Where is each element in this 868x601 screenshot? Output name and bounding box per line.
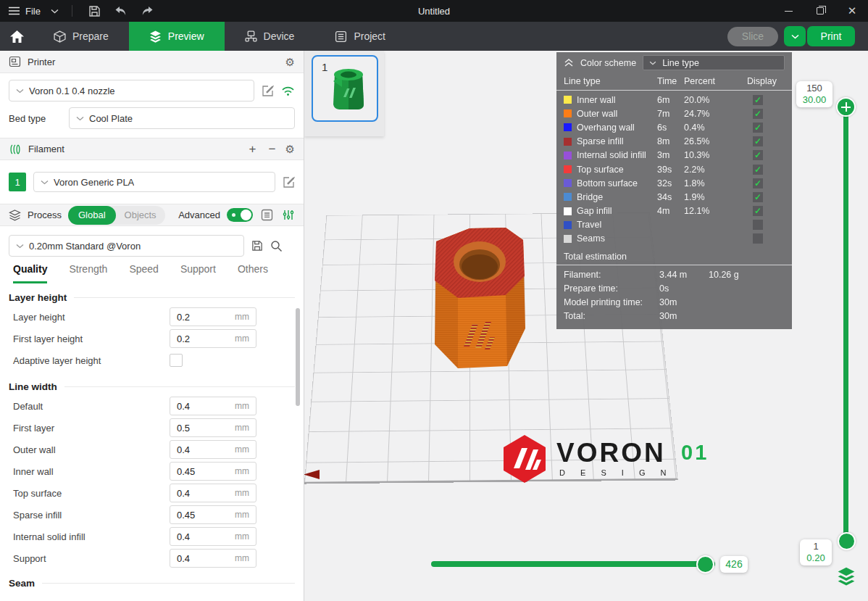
scope-global[interactable]: Global: [68, 206, 116, 225]
display-checkbox[interactable]: [753, 109, 763, 119]
print-button[interactable]: Print: [807, 26, 855, 46]
printer-preset-select[interactable]: Voron 0.1 0.4 nozzle: [9, 80, 254, 101]
print-label: Print: [821, 30, 842, 42]
maximize-button[interactable]: [804, 0, 836, 22]
brand-name: VORON: [556, 441, 672, 465]
color-scheme-title: Color scheme: [580, 58, 636, 68]
legend-row: Internal solid infill3m10.3%: [556, 149, 792, 162]
line-width-support-input[interactable]: 0.4mm: [170, 549, 256, 568]
brand-subtitle: D E S I G N: [556, 468, 672, 477]
plate-thumbnail[interactable]: 1: [312, 55, 378, 122]
file-menu-label: File: [25, 6, 41, 17]
display-checkbox[interactable]: [753, 206, 763, 216]
tab-project[interactable]: Project: [314, 22, 406, 51]
printer-preset-value: Voron 0.1 0.4 nozzle: [29, 86, 115, 96]
process-scope-toggle[interactable]: Global Objects: [68, 206, 165, 225]
line-width-internal-solid-input[interactable]: 0.4mm: [170, 527, 256, 546]
line-width-first-layer-input[interactable]: 0.5mm: [170, 418, 256, 437]
filament-preset-select[interactable]: Voron Generic PLA: [33, 172, 275, 192]
layer-slider-bottom-handle[interactable]: [838, 532, 856, 550]
view-mode-select[interactable]: Line type: [643, 55, 785, 70]
slice-button[interactable]: Slice: [727, 27, 778, 46]
scope-objects[interactable]: Objects: [116, 210, 165, 220]
device-icon: [245, 30, 257, 43]
display-checkbox[interactable]: [753, 178, 763, 188]
tab-support[interactable]: Support: [180, 257, 216, 283]
tab-others[interactable]: Others: [238, 257, 268, 283]
filament-settings-gear-icon[interactable]: ⚙: [285, 144, 295, 154]
advanced-toggle[interactable]: [227, 208, 253, 222]
display-checkbox[interactable]: [753, 95, 763, 105]
move-slider-track[interactable]: [431, 561, 715, 567]
divider: [556, 90, 792, 91]
adaptive-layer-height-checkbox[interactable]: [170, 354, 183, 367]
print-dropdown-button[interactable]: [784, 26, 806, 46]
tab-prepare[interactable]: Prepare: [33, 22, 129, 51]
legend-row: Bottom surface32s1.8%: [556, 176, 792, 190]
process-preset-select[interactable]: 0.20mm Standard @Voron: [9, 235, 244, 257]
minimize-button[interactable]: [772, 0, 804, 22]
display-checkbox[interactable]: [753, 136, 763, 146]
line-width-outer-wall-input[interactable]: 0.4mm: [170, 440, 256, 459]
bed-type-label: Bed type: [9, 113, 62, 124]
file-menu-button[interactable]: File: [9, 6, 59, 17]
tab-device[interactable]: Device: [225, 22, 315, 51]
display-checkbox[interactable]: [753, 165, 763, 175]
search-settings-icon[interactable]: [270, 240, 283, 252]
first-layer-height-input[interactable]: 0.2 mm: [170, 329, 256, 348]
tab-strength[interactable]: Strength: [69, 257, 107, 283]
redo-button[interactable]: [138, 3, 157, 19]
remove-filament-button[interactable]: −: [266, 142, 279, 157]
display-checkbox[interactable]: [753, 192, 763, 202]
tab-label: Preview: [168, 30, 204, 42]
line-width-default-input[interactable]: 0.4mm: [170, 397, 256, 415]
edit-filament-icon[interactable]: [283, 176, 295, 188]
setting-row: Layer height 0.2 mm: [0, 306, 304, 328]
move-slider-handle[interactable]: [696, 555, 714, 573]
display-checkbox[interactable]: [753, 220, 763, 230]
legend-row: Overhang wall6s0.4%: [556, 120, 792, 134]
save-button[interactable]: [85, 3, 104, 19]
line-width-top-surface-input[interactable]: 0.4mm: [170, 484, 256, 502]
layer-height-input[interactable]: 0.2 mm: [170, 307, 256, 326]
bed-type-select[interactable]: Cool Plate: [69, 107, 295, 129]
layer-slider-top-handle[interactable]: [836, 97, 856, 117]
collapse-panel-icon[interactable]: [564, 59, 574, 67]
printer-settings-gear-icon[interactable]: ⚙: [285, 57, 295, 67]
add-filament-button[interactable]: +: [246, 142, 259, 157]
close-button[interactable]: ✕: [836, 0, 868, 22]
undo-button[interactable]: [112, 3, 130, 19]
tab-preview[interactable]: Preview: [129, 22, 225, 51]
printer-section-title: Printer: [28, 57, 55, 67]
color-swatch: [564, 109, 572, 117]
color-swatch: [564, 235, 572, 243]
display-checkbox[interactable]: [753, 233, 763, 244]
tab-speed[interactable]: Speed: [129, 257, 158, 283]
main-tabbar: Prepare Preview Device Project Slice Pri…: [0, 22, 868, 51]
tab-label: Device: [264, 30, 295, 42]
tab-quality[interactable]: Quality: [13, 257, 47, 283]
layer-range-slider-track[interactable]: [843, 107, 848, 542]
display-checkbox[interactable]: [753, 123, 763, 133]
line-width-inner-wall-input[interactable]: 0.45mm: [170, 462, 256, 481]
color-swatch: [564, 165, 572, 173]
legend-row: Top surface39s2.2%: [556, 162, 792, 176]
parameter-list-icon[interactable]: [259, 208, 274, 223]
process-layers-icon: [9, 210, 21, 221]
move-slider-value-bubble: 426: [720, 556, 748, 573]
tune-parameters-icon[interactable]: [280, 208, 295, 223]
setting-row: First layer height 0.2 mm: [0, 328, 304, 349]
setting-label: Support: [13, 553, 170, 564]
home-button[interactable]: [0, 22, 33, 51]
preview-viewport[interactable]: 1: [304, 51, 868, 601]
line-width-sparse-infill-input[interactable]: 0.45mm: [170, 505, 256, 524]
layers-view-icon[interactable]: [836, 567, 856, 586]
save-preset-icon[interactable]: [251, 240, 263, 252]
wifi-connection-icon[interactable]: [281, 86, 295, 96]
color-swatch: [564, 207, 572, 215]
sidebar-scrollbar[interactable]: [296, 308, 300, 406]
home-icon: [10, 30, 24, 43]
sliced-model[interactable]: [413, 221, 540, 377]
edit-printer-icon[interactable]: [262, 85, 274, 97]
display-checkbox[interactable]: [753, 150, 763, 160]
